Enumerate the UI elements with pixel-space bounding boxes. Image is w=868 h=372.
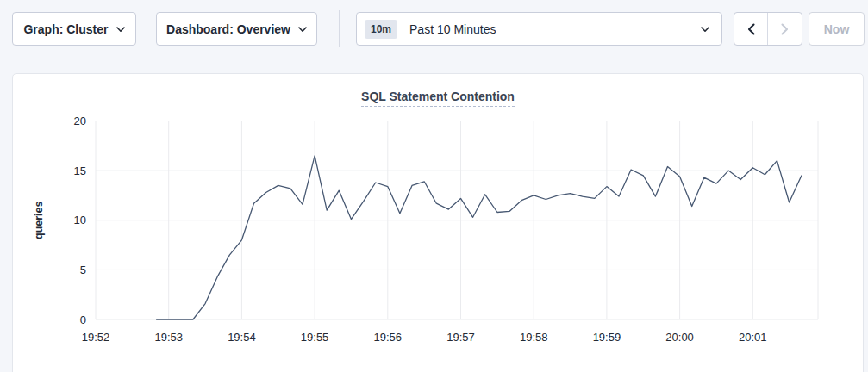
chevron-right-icon [781,23,789,35]
x-tick-label: 19:56 [374,331,403,344]
graph-dropdown-label: Graph: Cluster [23,22,108,36]
next-time-window-button[interactable] [768,13,802,45]
x-tick-label: 19:58 [520,331,548,344]
dashboard-dropdown-label: Dashboard: Overview [166,22,290,36]
x-tick-label: 19:59 [593,331,621,344]
time-range-label: Past 10 Minutes [409,22,496,36]
x-tick-label: 19:52 [82,331,110,344]
chevron-down-icon [701,27,709,33]
chart-title-row: SQL Statement Contention [13,74,863,107]
chart-card: 0510152019:5219:5319:5419:5519:5619:5719… [12,73,864,372]
y-tick-label: 15 [74,164,86,177]
now-button-label: Now [824,22,850,36]
x-tick-label: 20:01 [739,331,767,344]
time-range-badge: 10m [365,20,397,39]
x-tick-label: 19:55 [301,331,329,344]
y-axis-label: queries [33,201,45,239]
now-button[interactable]: Now [809,12,865,46]
chart-title[interactable]: SQL Statement Contention [361,90,515,107]
chevron-down-icon [298,27,307,33]
chart-area[interactable]: 0510152019:5219:5319:5419:5519:5619:5719… [13,74,865,371]
x-tick-label: 19:54 [228,331,256,344]
time-history-controls [734,12,802,46]
toolbar-divider [339,10,340,47]
y-tick-label: 5 [80,264,86,276]
previous-time-window-button[interactable] [734,13,768,45]
x-tick-label: 19:53 [154,331,183,344]
x-tick-label: 19:57 [446,331,475,344]
y-tick-label: 10 [74,214,86,226]
series-line [157,156,802,319]
time-range-picker[interactable]: 10m Past 10 Minutes [356,12,722,46]
metrics-page: Graph: Cluster Dashboard: Overview 10m P… [0,0,868,372]
graph-dropdown[interactable]: Graph: Cluster [12,12,136,46]
chevron-down-icon [116,27,125,33]
y-tick-label: 0 [80,313,86,326]
x-tick-label: 20:00 [665,331,694,344]
y-tick-label: 20 [74,115,86,127]
dashboard-dropdown[interactable]: Dashboard: Overview [156,12,317,46]
chevron-left-icon [747,23,755,35]
